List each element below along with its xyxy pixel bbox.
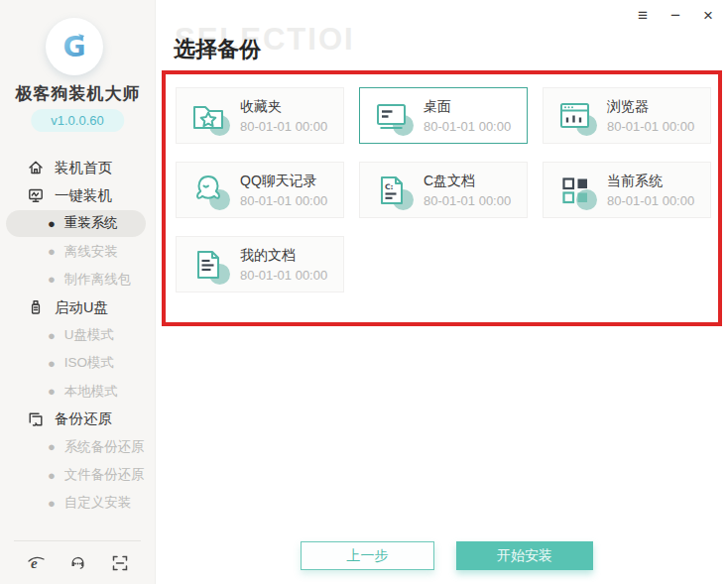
bullet-icon: ● (48, 245, 56, 258)
page-title: 选择备份 (174, 35, 261, 64)
backup-card-favorites[interactable]: 收藏夹 80-01-01 00:00 (176, 87, 344, 144)
backup-name: C盘文档 (424, 173, 511, 190)
sidebar-item-label: 备份还原 (55, 409, 112, 428)
ie-browser-icon[interactable]: e (26, 553, 46, 573)
favorites-folder-icon (187, 95, 229, 137)
backup-card-browser[interactable]: 浏览器 80-01-01 00:00 (543, 87, 711, 144)
sidebar-item-one-key-install[interactable]: 一键装机 (0, 181, 156, 209)
sidebar-item-label: 自定义安装 (64, 494, 132, 512)
restore-icon (27, 410, 44, 427)
backup-card-qq-history[interactable]: QQ聊天记录 80-01-01 00:00 (176, 162, 344, 218)
scan-icon[interactable] (110, 553, 130, 573)
sidebar-item-label: 制作离线包 (64, 271, 132, 289)
backup-date: 80-01-01 00:00 (240, 193, 327, 208)
backup-name: 当前系统 (607, 173, 694, 190)
minimize-icon[interactable]: − (666, 6, 685, 26)
system-grid-icon (554, 170, 596, 211)
sidebar-item-label: ISO模式 (64, 354, 114, 372)
main-panel: SELECTIOI 选择备份 收藏夹 80-01-01 00:00 (156, 0, 728, 584)
sidebar-item-iso-mode[interactable]: ● ISO模式 (0, 349, 156, 377)
app-name: 极客狗装机大师 (0, 82, 156, 105)
bullet-icon: ● (48, 385, 56, 398)
bullet-icon: ● (48, 357, 56, 370)
sidebar-footer: e (0, 542, 156, 584)
backup-date: 80-01-01 00:00 (424, 119, 511, 134)
backup-date: 80-01-01 00:00 (424, 193, 511, 208)
backup-card-c-drive-docs[interactable]: C: C盘文档 80-01-01 00:00 (359, 162, 528, 218)
close-icon[interactable]: × (698, 6, 718, 26)
backup-card-current-system[interactable]: 当前系统 80-01-01 00:00 (543, 162, 711, 218)
bullet-icon: ● (48, 329, 56, 342)
app-logo-icon: G (46, 18, 103, 75)
browser-icon (554, 95, 596, 137)
backup-date: 80-01-01 00:00 (240, 119, 327, 134)
sidebar-item-usb-mode[interactable]: ● U盘模式 (0, 321, 156, 349)
my-documents-icon (187, 244, 229, 286)
backup-name: 桌面 (424, 98, 511, 116)
version-badge: v1.0.0.60 (31, 109, 124, 132)
titlebar: ≡ − × (633, 6, 718, 26)
backup-card-my-documents[interactable]: 我的文档 80-01-01 00:00 (176, 236, 344, 292)
sidebar-item-make-offline-pack[interactable]: ● 制作离线包 (0, 266, 156, 293)
sidebar-item-label: 重装系统 (64, 214, 118, 232)
sidebar-item-system-backup-restore[interactable]: ● 系统备份还原 (0, 433, 156, 461)
sidebar-item-custom-install[interactable]: ● 自定义安装 (0, 489, 156, 517)
sidebar-item-label: U盘模式 (64, 326, 114, 344)
previous-step-button[interactable]: 上一步 (301, 541, 434, 570)
bullet-icon: ● (48, 497, 56, 510)
sidebar-item-label: 装机首页 (55, 159, 112, 177)
backup-card-desktop[interactable]: 桌面 80-01-01 00:00 (359, 87, 528, 144)
sidebar-item-file-backup-restore[interactable]: ● 文件备份还原 (0, 461, 156, 489)
backup-date: 80-01-01 00:00 (607, 193, 694, 208)
sidebar-item-label: 本地模式 (64, 383, 118, 401)
backup-name: 我的文档 (240, 247, 327, 265)
sidebar-item-label: 离线安装 (64, 243, 118, 261)
sidebar-nav: 装机首页 一键装机 ● 重装系统 ● 离线安装 ● 制作离线包 (0, 154, 156, 517)
backup-name: 收藏夹 (240, 98, 327, 116)
backup-name: QQ聊天记录 (240, 173, 327, 190)
backup-date: 80-01-01 00:00 (607, 119, 694, 134)
bullet-icon: ● (48, 217, 56, 230)
support-headset-icon[interactable] (68, 553, 88, 573)
start-install-button[interactable]: 开始安装 (456, 541, 593, 570)
backup-name: 浏览器 (607, 98, 694, 116)
app-window: ≡ − × G 极客狗装机大师 v1.0.0.60 (0, 0, 728, 584)
svg-text:C:: C: (385, 181, 394, 190)
sidebar-item-local-mode[interactable]: ● 本地模式 (0, 378, 156, 406)
c-drive-doc-icon: C: (371, 170, 413, 211)
desktop-icon (371, 95, 413, 137)
backup-date: 80-01-01 00:00 (240, 268, 327, 283)
sidebar-item-offline-install[interactable]: ● 离线安装 (0, 238, 156, 266)
sidebar-item-label: 启动U盘 (55, 298, 108, 317)
bullet-icon: ● (48, 469, 56, 482)
home-icon (27, 160, 44, 176)
bullet-icon: ● (48, 440, 56, 453)
sidebar: G 极客狗装机大师 v1.0.0.60 装机首页 一键 (0, 0, 156, 584)
sidebar-item-label: 文件备份还原 (64, 466, 145, 484)
usb-icon (27, 299, 44, 316)
sidebar-item-boot-usb[interactable]: 启动U盘 (0, 293, 156, 321)
sidebar-item-label: 系统备份还原 (64, 438, 145, 456)
menu-icon[interactable]: ≡ (633, 6, 653, 26)
bullet-icon: ● (48, 273, 56, 286)
qq-icon (187, 170, 229, 211)
monitor-icon (27, 187, 44, 204)
sidebar-item-label: 一键装机 (55, 186, 112, 205)
sidebar-item-install-home[interactable]: 装机首页 (0, 154, 156, 181)
sidebar-divider (14, 540, 141, 541)
sidebar-item-reinstall-system[interactable]: ● 重装系统 (0, 209, 156, 237)
sidebar-item-backup-restore[interactable]: 备份还原 (0, 406, 156, 433)
